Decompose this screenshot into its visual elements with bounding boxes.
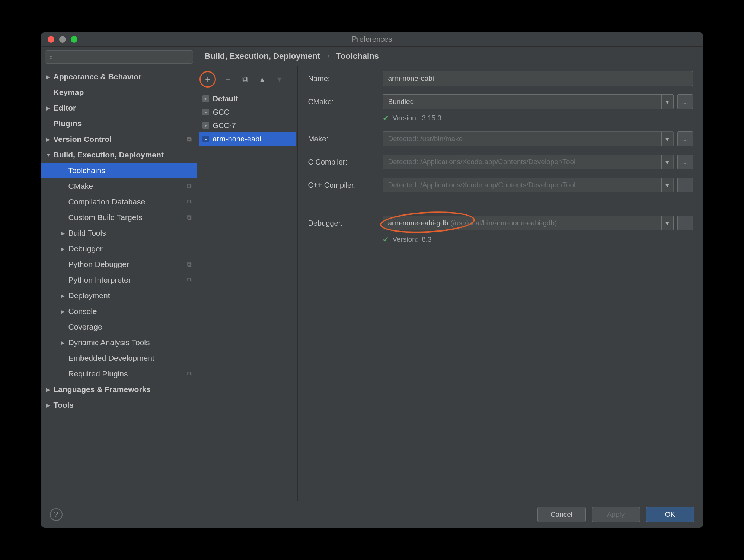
chevron-down-icon: ▾ <box>661 178 673 192</box>
check-icon: ✔ <box>383 114 389 122</box>
sidebar-item-dynamic-analysis-tools[interactable]: ▶Dynamic Analysis Tools <box>41 335 197 350</box>
preferences-window: Preferences ⌕ ▶Appearance & Behavior▶Key… <box>41 32 703 528</box>
tree-arrow-icon: ▶ <box>61 230 68 236</box>
sidebar-item-debugger[interactable]: ▶Debugger <box>41 241 197 257</box>
sidebar-item-python-interpreter[interactable]: ▶Python Interpreter⧉ <box>41 272 197 288</box>
cmake-browse-button[interactable]: … <box>677 94 693 109</box>
make-browse-button[interactable]: … <box>677 131 693 146</box>
chevron-down-icon: ▾ <box>661 216 673 230</box>
toolchain-item-label: Default <box>213 95 238 103</box>
debugger-version-row: ✔ Version: 8.3 <box>383 235 693 244</box>
check-icon: ✔ <box>383 235 389 244</box>
toolchain-item-arm-none-eabi[interactable]: ▸arm-none-eabi <box>199 132 296 146</box>
tree-arrow-icon: ▼ <box>46 152 54 158</box>
toolchain-item-default[interactable]: ▸Default <box>199 92 296 105</box>
sidebar-item-languages-frameworks[interactable]: ▶Languages & Frameworks <box>41 382 197 397</box>
sidebar-item-required-plugins[interactable]: ▶Required Plugins⧉ <box>41 366 197 382</box>
sidebar-item-python-debugger[interactable]: ▶Python Debugger⧉ <box>41 257 197 272</box>
cmake-label: CMake: <box>308 98 383 106</box>
cpp-compiler-select[interactable]: Detected: /Applications/Xcode.app/Conten… <box>383 178 674 192</box>
scope-badge-icon: ⧉ <box>187 370 192 378</box>
sidebar-item-plugins[interactable]: ▶Plugins <box>41 116 197 131</box>
sidebar-item-console[interactable]: ▶Console <box>41 303 197 319</box>
remove-toolchain-button[interactable]: − <box>223 74 233 84</box>
chevron-down-icon: ▾ <box>661 132 673 146</box>
sidebar-item-label: Deployment <box>68 291 110 300</box>
sidebar-item-coverage[interactable]: ▶Coverage <box>41 319 197 335</box>
sidebar-item-cmake[interactable]: ▶CMake⧉ <box>41 178 197 194</box>
sidebar-item-build-execution-deployment[interactable]: ▼Build, Execution, Deployment <box>41 147 197 163</box>
titlebar: Preferences <box>41 32 703 47</box>
move-up-button[interactable]: ▴ <box>258 74 267 84</box>
toolchain-type-icon: ▸ <box>202 136 209 142</box>
tree-arrow-icon: ▶ <box>61 246 68 252</box>
sidebar-item-keymap[interactable]: ▶Keymap <box>41 85 197 100</box>
copy-toolchain-button[interactable]: ⧉ <box>240 74 250 84</box>
c-compiler-label: C Compiler: <box>308 158 383 166</box>
debugger-label: Debugger: <box>308 219 383 228</box>
toolchain-item-label: GCC <box>213 108 229 117</box>
tree-arrow-icon: ▶ <box>61 293 68 299</box>
sidebar-item-label: Tools <box>54 401 74 410</box>
sidebar-item-tools[interactable]: ▶Tools <box>41 397 197 413</box>
sidebar-item-appearance-behavior[interactable]: ▶Appearance & Behavior <box>41 69 197 85</box>
make-select[interactable]: Detected: /usr/bin/make ▾ <box>383 131 674 146</box>
sidebar-item-label: Embedded Development <box>68 354 154 363</box>
sidebar-item-editor[interactable]: ▶Editor <box>41 100 197 116</box>
tree-arrow-icon: ▶ <box>46 74 54 80</box>
settings-tree: ▶Appearance & Behavior▶Keymap▶Editor▶Plu… <box>41 67 197 501</box>
ok-button[interactable]: OK <box>646 507 694 522</box>
toolchains-panel: ＋ − ⧉ ▴ ▾ ▸Default▸GCC▸GCC-7▸arm-none-ea… <box>197 66 298 501</box>
tree-arrow-icon: ▶ <box>46 137 54 142</box>
toolchain-item-gcc[interactable]: ▸GCC <box>199 105 296 119</box>
main-panel: Build, Execution, Deployment › Toolchain… <box>197 47 703 501</box>
sidebar-item-embedded-development[interactable]: ▶Embedded Development <box>41 350 197 366</box>
cpp-compiler-browse-button[interactable]: … <box>677 178 693 192</box>
toolchains-list: ▸Default▸GCC▸GCC-7▸arm-none-eabi <box>199 92 296 146</box>
sidebar-item-label: Build Tools <box>68 229 106 238</box>
cancel-button[interactable]: Cancel <box>537 507 586 522</box>
sidebar-item-version-control[interactable]: ▶Version Control⧉ <box>41 131 197 147</box>
sidebar-item-label: Custom Build Targets <box>68 213 143 222</box>
scope-badge-icon: ⧉ <box>187 136 192 143</box>
minimize-window-button[interactable] <box>59 36 66 43</box>
scope-badge-icon: ⧉ <box>187 276 192 284</box>
scope-badge-icon: ⧉ <box>187 261 192 268</box>
apply-button[interactable]: Apply <box>592 507 640 522</box>
sidebar-item-label: Version Control <box>54 135 112 144</box>
cpp-compiler-label: C++ Compiler: <box>308 181 383 190</box>
cmake-select[interactable]: Bundled ▾ <box>383 94 674 109</box>
sidebar-item-label: Dynamic Analysis Tools <box>68 338 150 347</box>
sidebar-item-label: Editor <box>54 104 76 112</box>
sidebar-item-compilation-database[interactable]: ▶Compilation Database⧉ <box>41 194 197 210</box>
search-wrap: ⌕ <box>41 47 197 67</box>
tree-arrow-icon: ▶ <box>46 105 54 111</box>
search-input[interactable] <box>45 50 193 64</box>
triangle-down-icon: ▾ <box>277 74 281 84</box>
toolchain-type-icon: ▸ <box>202 109 209 115</box>
tree-arrow-icon: ▶ <box>46 387 54 392</box>
traffic-lights <box>41 36 77 43</box>
toolchain-item-label: arm-none-eabi <box>213 135 261 143</box>
scope-badge-icon: ⧉ <box>187 182 192 190</box>
name-field[interactable]: arm-none-eabi <box>383 71 693 86</box>
zoom-window-button[interactable] <box>71 36 77 43</box>
toolchain-item-gcc-7[interactable]: ▸GCC-7 <box>199 119 296 132</box>
add-toolchain-button[interactable]: ＋ <box>203 74 213 84</box>
c-compiler-browse-button[interactable]: … <box>677 155 693 169</box>
debugger-browse-button[interactable]: … <box>677 216 693 230</box>
toolchain-type-icon: ▸ <box>202 95 209 102</box>
scope-badge-icon: ⧉ <box>187 214 192 222</box>
toolchain-type-icon: ▸ <box>202 122 209 129</box>
chevron-down-icon: ▾ <box>661 95 673 109</box>
sidebar-item-custom-build-targets[interactable]: ▶Custom Build Targets⧉ <box>41 210 197 225</box>
move-down-button[interactable]: ▾ <box>275 74 284 84</box>
close-window-button[interactable] <box>48 36 54 43</box>
cmake-version-row: ✔ Version: 3.15.3 <box>383 114 693 122</box>
sidebar-item-deployment[interactable]: ▶Deployment <box>41 288 197 303</box>
c-compiler-select[interactable]: Detected: /Applications/Xcode.app/Conten… <box>383 155 674 169</box>
help-button[interactable]: ? <box>50 508 63 521</box>
sidebar-item-build-tools[interactable]: ▶Build Tools <box>41 225 197 241</box>
debugger-select[interactable]: arm-none-eabi-gdb (/usr/local/bin/arm-no… <box>383 216 674 230</box>
sidebar-item-toolchains[interactable]: ▶Toolchains <box>41 163 197 178</box>
